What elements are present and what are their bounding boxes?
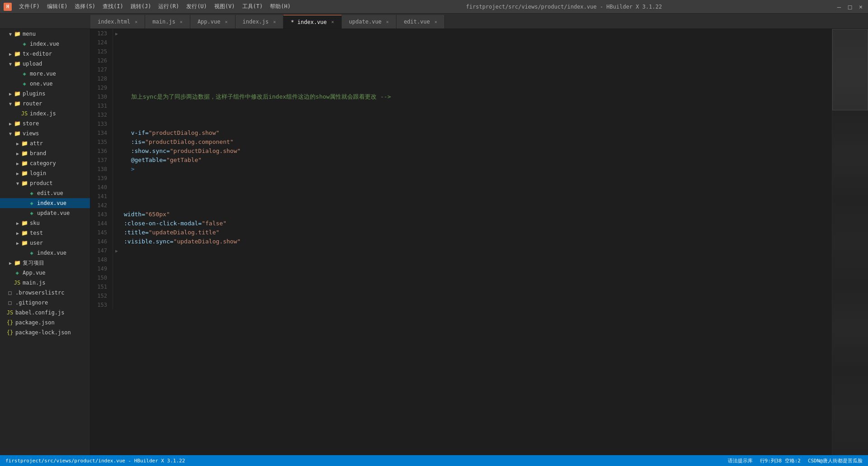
line-content[interactable] [120, 74, 832, 83]
sidebar-file[interactable]: ◈update.vue [0, 208, 90, 218]
sidebar-file[interactable]: ◈index.vue [0, 248, 90, 258]
sidebar-folder[interactable]: ▶📁复习项目 [0, 258, 90, 268]
menu-item[interactable]: 选择(S) [73, 2, 97, 11]
sidebar-file[interactable]: ◈index.vue [0, 39, 90, 49]
tree-arrow[interactable]: ▶ [14, 231, 21, 236]
sidebar-file[interactable]: JSindex.js [0, 109, 90, 119]
line-content[interactable] [120, 47, 832, 56]
sidebar-folder[interactable]: ▶📁user [0, 238, 90, 248]
line-content[interactable]: width="650px" [120, 210, 832, 219]
sidebar-folder[interactable]: ▶📁store [0, 119, 90, 128]
tree-arrow[interactable]: ▶ [14, 161, 21, 166]
line-content[interactable] [120, 201, 832, 210]
sidebar-file[interactable]: JSbabel.config.js [0, 308, 90, 318]
line-content[interactable] [120, 291, 832, 300]
tree-arrow[interactable]: ▶ [14, 221, 21, 226]
editor-tab[interactable]: main.js× [145, 15, 190, 29]
menu-item[interactable]: 查找(I) [101, 2, 125, 11]
sidebar-file[interactable]: ◈App.vue [0, 268, 90, 278]
minimize-button[interactable]: — [835, 3, 843, 10]
line-content[interactable] [120, 174, 832, 183]
fold-indicator[interactable]: ▶ [113, 246, 120, 255]
line-content[interactable] [120, 101, 832, 110]
tree-arrow[interactable]: ▶ [7, 91, 14, 96]
minimap[interactable] [832, 29, 868, 455]
window-controls[interactable]: — □ × [835, 3, 864, 10]
sidebar-folder[interactable]: ▶📁test [0, 228, 90, 238]
tab-close[interactable]: × [386, 19, 389, 24]
line-content[interactable]: :visible.sync="updateDialog.show" [120, 237, 832, 246]
tree-arrow[interactable]: ▶ [7, 121, 14, 126]
menu-bar[interactable]: 文件(F)编辑(E)选择(S)查找(I)跳转(J)运行(R)发行(U)视图(V)… [17, 2, 292, 11]
sidebar-file[interactable]: {}package-lock.json [0, 328, 90, 338]
sidebar-folder[interactable]: ▶📁tx-editor [0, 49, 90, 59]
line-content[interactable] [120, 183, 832, 192]
line-content[interactable]: :title="updateDialog.title" [120, 228, 832, 237]
menu-item[interactable]: 工具(T) [241, 2, 265, 11]
sidebar-folder[interactable]: ▼📁product [0, 178, 90, 188]
menu-item[interactable]: 视图(V) [212, 2, 237, 11]
sidebar-file[interactable]: ◈more.vue [0, 69, 90, 79]
sidebar-file[interactable]: □.gitignore [0, 298, 90, 308]
line-content[interactable] [120, 29, 832, 38]
close-button[interactable]: × [857, 3, 864, 10]
line-content[interactable]: > [120, 165, 832, 174]
sidebar-file[interactable]: JSmain.js [0, 278, 90, 288]
editor-tab[interactable]: update.vue× [342, 15, 396, 29]
editor-tab[interactable]: App.vue× [190, 15, 236, 29]
menu-item[interactable]: 跳转(J) [129, 2, 153, 11]
sidebar-folder[interactable]: ▶📁login [0, 168, 90, 178]
menu-item[interactable]: 运行(R) [156, 2, 181, 11]
sidebar-file[interactable]: ◈one.vue [0, 79, 90, 89]
editor-tab[interactable]: index.html× [90, 15, 145, 29]
tree-arrow[interactable]: ▶ [14, 171, 21, 176]
line-content[interactable]: @getTable="getTable" [120, 156, 832, 165]
tree-arrow[interactable]: ▼ [14, 181, 21, 186]
sidebar-folder[interactable]: ▶📁attr [0, 138, 90, 148]
tree-arrow[interactable]: ▼ [7, 62, 14, 67]
sidebar-folder[interactable]: ▶📁plugins [0, 89, 90, 99]
sidebar-folder[interactable]: ▶📁category [0, 158, 90, 168]
line-content[interactable] [120, 300, 832, 309]
editor-tab[interactable]: index.js× [236, 15, 284, 29]
line-content[interactable]: v-if="productDialog.show" [120, 128, 832, 138]
line-content[interactable]: :is="productDialog.component" [120, 138, 832, 147]
line-content[interactable] [120, 264, 832, 273]
editor-tab[interactable]: edit.vue× [396, 15, 445, 29]
line-content[interactable] [120, 192, 832, 201]
sidebar-file[interactable]: {}package.json [0, 318, 90, 328]
sidebar-folder[interactable]: ▼📁upload [0, 59, 90, 69]
line-content[interactable] [120, 255, 832, 264]
tree-arrow[interactable]: ▶ [7, 52, 14, 57]
line-content[interactable]: :close-on-click-modal="false" [120, 219, 832, 228]
line-content[interactable] [120, 65, 832, 74]
sidebar-folder[interactable]: ▼📁router [0, 99, 90, 109]
tree-arrow[interactable]: ▶ [14, 241, 21, 246]
tree-arrow[interactable]: ▶ [7, 261, 14, 266]
menu-item[interactable]: 发行(U) [184, 2, 209, 11]
tab-close[interactable]: × [225, 19, 227, 24]
maximize-button[interactable]: □ [846, 3, 854, 10]
sidebar-file[interactable]: ◈index.vue [0, 198, 90, 208]
menu-item[interactable]: 帮助(H) [268, 2, 292, 11]
line-content[interactable] [120, 83, 832, 92]
tree-arrow[interactable]: ▼ [7, 131, 14, 136]
menu-item[interactable]: 编辑(E) [45, 2, 70, 11]
line-content[interactable]: 加上sync是为了同步两边数据，这样子组件中修改后index组件这边的show属… [120, 92, 832, 101]
tab-close[interactable]: × [180, 19, 183, 24]
tab-close[interactable]: × [434, 19, 437, 24]
menu-item[interactable]: 文件(F) [17, 2, 42, 11]
sidebar[interactable]: ▼📁menu◈index.vue▶📁tx-editor▼📁upload◈more… [0, 29, 90, 455]
editor-tab[interactable]: * index.vue× [283, 15, 342, 29]
sidebar-folder[interactable]: ▶📁sku [0, 218, 90, 228]
minimap-viewport[interactable] [832, 29, 868, 110]
line-content[interactable] [120, 273, 832, 282]
tab-close[interactable]: × [331, 19, 334, 24]
tree-arrow[interactable]: ▶ [14, 141, 21, 146]
sidebar-file[interactable]: □.browserslistrc [0, 288, 90, 298]
line-content[interactable] [120, 282, 832, 291]
line-content[interactable] [120, 38, 832, 47]
sidebar-file[interactable]: ◈edit.vue [0, 188, 90, 198]
tree-arrow[interactable]: ▶ [14, 151, 21, 156]
line-content[interactable] [120, 56, 832, 65]
